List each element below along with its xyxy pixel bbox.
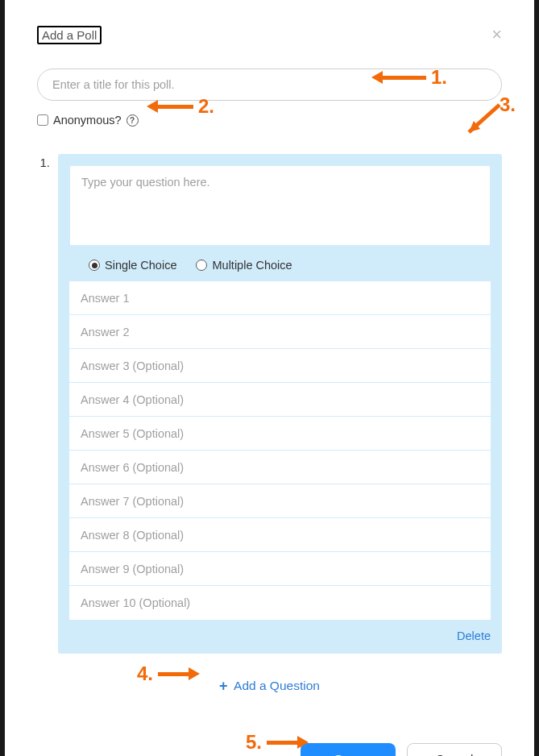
multiple-choice-radio[interactable]: Multiple Choice: [196, 259, 292, 272]
help-icon[interactable]: ?: [126, 114, 139, 127]
radio-icon: [89, 260, 100, 271]
radio-icon: [196, 260, 207, 271]
answer-input[interactable]: [69, 451, 491, 484]
answer-input[interactable]: [69, 281, 491, 315]
multiple-choice-label: Multiple Choice: [212, 259, 292, 272]
anonymous-checkbox[interactable]: [37, 114, 48, 126]
answer-input[interactable]: [69, 586, 491, 620]
answers-list: [69, 281, 491, 620]
anonymous-row: Anonymous? ?: [37, 114, 502, 127]
answer-input[interactable]: [69, 383, 491, 417]
modal-title: Add a Poll: [37, 26, 102, 44]
anonymous-label: Anonymous?: [53, 114, 122, 127]
question-card: Single Choice Multiple Choice Del: [58, 154, 502, 654]
answer-input[interactable]: [69, 349, 491, 383]
cancel-button[interactable]: Cancel: [407, 743, 502, 756]
question-number: 1.: [37, 154, 50, 654]
close-icon[interactable]: ×: [491, 26, 502, 44]
add-poll-modal: Add a Poll × Anonymous? ? 1. Single Choi…: [5, 0, 534, 756]
answer-input[interactable]: [69, 315, 491, 349]
single-choice-label: Single Choice: [105, 259, 176, 272]
question-text-input[interactable]: [69, 165, 491, 246]
plus-icon: +: [219, 678, 228, 694]
add-question-label: Add a Question: [234, 679, 320, 692]
answer-input[interactable]: [69, 484, 491, 518]
add-question-button[interactable]: + Add a Question: [37, 678, 502, 695]
choice-type-row: Single Choice Multiple Choice: [69, 249, 491, 281]
modal-header: Add a Poll ×: [37, 26, 502, 44]
modal-footer: Save Cancel: [37, 743, 502, 756]
save-button[interactable]: Save: [301, 743, 396, 756]
answer-input[interactable]: [69, 417, 491, 451]
answer-input[interactable]: [69, 518, 491, 552]
single-choice-radio[interactable]: Single Choice: [89, 259, 176, 272]
answer-input[interactable]: [69, 552, 491, 586]
question-row: 1. Single Choice Multiple Choice: [37, 154, 502, 654]
poll-title-input[interactable]: [37, 69, 502, 101]
delete-question-link[interactable]: Delete: [69, 620, 491, 642]
